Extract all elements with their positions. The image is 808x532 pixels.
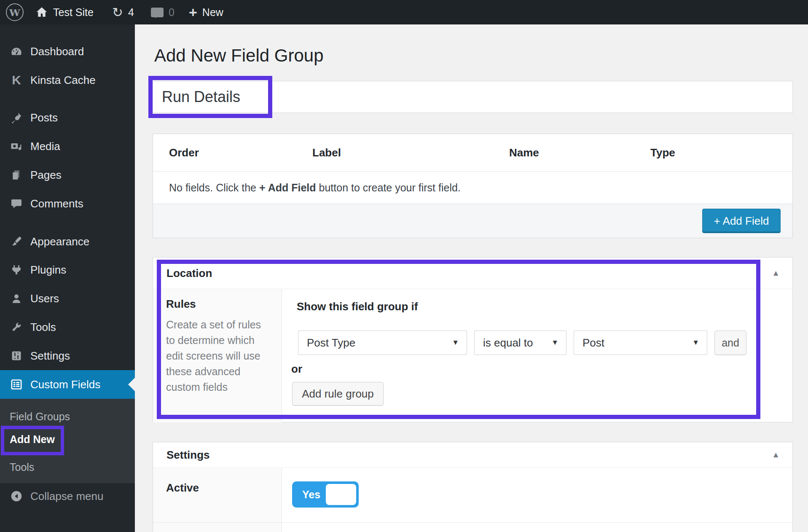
submenu-label: Tools: [10, 461, 34, 473]
active-label: Active: [166, 481, 199, 494]
location-title: Location: [166, 267, 212, 280]
sidebar-item-media[interactable]: Media: [0, 132, 135, 161]
collapse-menu-button[interactable]: Collapse menu: [0, 482, 135, 511]
sidebar-item-dashboard[interactable]: Dashboard: [0, 37, 135, 66]
user-icon: [9, 291, 24, 306]
wordpress-logo-icon: W: [6, 3, 24, 21]
plug-icon: [9, 263, 24, 277]
settings-metabox: Settings ▲ Active Yes: [153, 442, 793, 532]
location-metabox: Location ▲ Rules Create a set of rules t…: [153, 257, 793, 422]
sidebar-item-settings[interactable]: Settings: [0, 341, 135, 370]
custom-fields-submenu: Field Groups Add New Tools: [0, 399, 135, 483]
pages-icon: [9, 168, 24, 182]
updates-link[interactable]: ↻ 4: [112, 0, 134, 24]
rule-param-select[interactable]: Post Type ▼: [298, 330, 467, 355]
sidebar-item-label: Comments: [30, 197, 83, 210]
new-content-link[interactable]: + New: [189, 0, 223, 24]
dashboard-icon: [9, 44, 24, 59]
active-toggle[interactable]: Yes: [292, 481, 359, 508]
fields-table-panel: Order Label Name Type No fields. Click t…: [153, 134, 793, 238]
no-fields-message-bold: + Add Field: [259, 182, 316, 194]
rule-value-value: Post: [583, 336, 604, 349]
submenu-item-tools[interactable]: Tools: [0, 456, 135, 478]
sidebar-item-label: Dashboard: [30, 45, 84, 58]
toggle-yes-label: Yes: [302, 481, 320, 508]
chevron-down-icon: ▼: [692, 339, 699, 347]
sidebar-item-label: Appearance: [30, 235, 89, 248]
no-fields-message-prefix: No fields. Click the: [169, 182, 256, 194]
rule-operator-select[interactable]: is equal to ▼: [474, 330, 566, 355]
no-fields-message: No fields. Click the + Add Field button …: [153, 172, 792, 204]
sidebar-item-kinsta-cache[interactable]: K Kinsta Cache: [0, 66, 135, 94]
comments-bubble-icon: [151, 8, 164, 17]
settings-body: Active Yes: [153, 468, 792, 532]
collapse-menu-label: Collapse menu: [30, 490, 103, 503]
updates-icon: ↻: [112, 6, 123, 19]
sidebar-item-appearance[interactable]: Appearance: [0, 227, 135, 256]
and-rule-button[interactable]: and: [714, 330, 746, 355]
column-header-order: Order: [169, 134, 199, 171]
rule-operator-value: is equal to: [483, 336, 533, 349]
settings-header: Settings ▲: [153, 442, 792, 468]
settings-title: Settings: [166, 449, 210, 462]
add-rule-group-button[interactable]: Add rule group: [292, 382, 384, 406]
sidebar-item-label: Custom Fields: [30, 378, 100, 391]
collapse-panel-icon[interactable]: ▲: [772, 450, 780, 459]
sidebar-item-tools[interactable]: Tools: [0, 313, 135, 341]
site-name-label: Test Site: [53, 6, 94, 19]
fields-table-header: Order Label Name Type: [153, 134, 792, 172]
submenu-item-field-groups[interactable]: Field Groups: [0, 406, 135, 427]
collapse-panel-icon[interactable]: ▲: [772, 269, 780, 278]
comments-count: 0: [169, 6, 174, 19]
updates-count: 4: [128, 6, 134, 19]
kinsta-cache-icon: K: [9, 73, 24, 87]
site-name-link[interactable]: Test Site: [35, 0, 94, 24]
column-header-label: Label: [312, 134, 341, 171]
wrench-icon: [9, 320, 24, 334]
chevron-down-icon: ▼: [551, 339, 558, 347]
show-if-label: Show this field group if: [297, 300, 418, 313]
column-header-name: Name: [509, 134, 539, 171]
add-field-button[interactable]: + Add Field: [702, 209, 781, 233]
chevron-down-icon: ▼: [452, 339, 459, 347]
collapse-arrow-icon: [9, 489, 24, 503]
sidebar-item-label: Settings: [30, 349, 70, 363]
settings-row-divider: [153, 522, 792, 523]
sidebar-item-users[interactable]: Users: [0, 284, 135, 313]
page-title: Add New Field Group: [154, 46, 324, 66]
submenu-label: Field Groups: [10, 411, 70, 423]
rule-value-select[interactable]: Post ▼: [574, 330, 707, 355]
submenu-label: Add New: [10, 433, 55, 446]
sidebar-item-comments[interactable]: Comments: [0, 189, 135, 218]
sidebar-item-plugins[interactable]: Plugins: [0, 255, 135, 284]
pin-icon: [9, 110, 24, 125]
sidebar-item-label: Users: [30, 292, 59, 305]
sidebar-item-label: Kinsta Cache: [30, 74, 96, 87]
fields-table-footer: + Add Field: [153, 204, 792, 238]
sidebar-item-posts[interactable]: Posts: [0, 103, 135, 132]
rule-param-value: Post Type: [307, 336, 355, 349]
admin-sidebar: Dashboard K Kinsta Cache Posts Media Pag…: [0, 24, 135, 532]
rules-label: Rules: [166, 298, 196, 311]
sidebar-item-label: Media: [30, 140, 60, 153]
media-icon: [9, 139, 24, 153]
main-content: Add New Field Group Order Label Name Typ…: [135, 24, 808, 532]
comments-link[interactable]: 0: [151, 0, 174, 24]
admin-bar: W Test Site ↻ 4 0 + New: [0, 0, 808, 24]
wordpress-menu[interactable]: W: [6, 0, 24, 24]
sidebar-item-label: Pages: [30, 169, 62, 182]
sidebar-item-label: Tools: [30, 321, 56, 334]
location-body: Rules Create a set of rules to determine…: [153, 289, 792, 422]
field-group-title-input[interactable]: [153, 81, 793, 113]
toggle-knob: [326, 484, 356, 505]
or-label: or: [291, 363, 302, 376]
brush-icon: [9, 234, 24, 249]
comment-icon: [9, 196, 24, 211]
sidebar-item-custom-fields[interactable]: Custom Fields: [0, 370, 135, 399]
sidebar-item-label: Plugins: [30, 263, 66, 277]
sliders-icon: [9, 349, 24, 363]
active-item-notch: [128, 378, 135, 391]
custom-fields-icon: [9, 377, 24, 392]
submenu-item-add-new[interactable]: Add New: [0, 427, 135, 451]
sidebar-item-pages[interactable]: Pages: [0, 161, 135, 189]
